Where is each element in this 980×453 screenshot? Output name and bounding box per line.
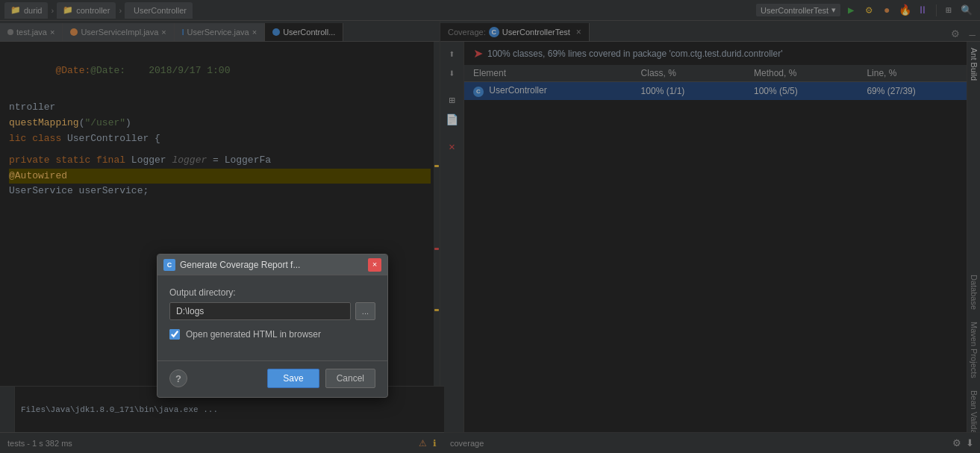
generate-coverage-dialog: C Generate Coverage Report f... × Output… [157,254,388,398]
save-button[interactable]: Save [267,369,319,388]
dialog-footer: ? Save Cancel [157,360,387,397]
output-dir-row: ... [169,302,375,320]
open-browser-row: Open generated HTML in browser [169,329,375,340]
dialog-overlay: C Generate Coverage Report f... × Output… [0,0,980,453]
open-browser-label: Open generated HTML in browser [186,329,321,340]
dialog-title: C Generate Coverage Report f... [163,259,300,271]
cancel-button[interactable]: Cancel [325,369,375,388]
output-dir-input[interactable] [169,302,351,320]
browse-button[interactable]: ... [355,302,375,320]
open-browser-checkbox[interactable] [169,329,180,340]
help-button[interactable]: ? [169,369,187,387]
dialog-body: Output directory: ... Open generated HTM… [157,275,387,360]
dialog-title-bar: C Generate Coverage Report f... × [157,254,387,275]
output-dir-label: Output directory: [169,287,375,298]
dialog-close-button[interactable]: × [368,258,381,272]
dialog-title-icon: C [163,259,175,271]
